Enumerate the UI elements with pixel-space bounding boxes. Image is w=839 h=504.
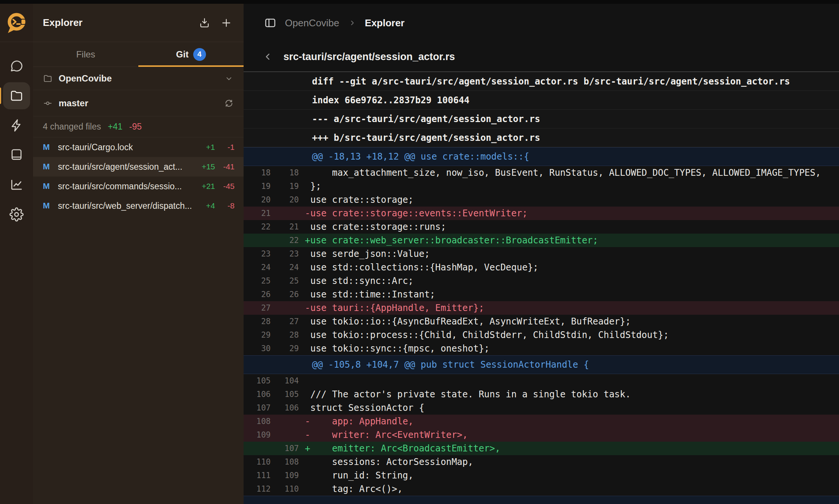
breadcrumb-current[interactable]: Explorer	[365, 17, 405, 29]
diff-hunk-header	[244, 496, 839, 504]
diff-line: 21-use crate::storage::events::EventWrit…	[244, 207, 839, 220]
diff-line-content: };	[299, 181, 321, 192]
diff-line-content: use crate::storage::runs;	[299, 222, 446, 232]
deletions-count: -1	[220, 143, 235, 152]
rail-item-automations[interactable]	[3, 112, 30, 139]
new-line-number: 109	[271, 471, 299, 480]
changed-file-row[interactable]: Msrc-tauri/src/commands/sessio...+21-45	[33, 177, 244, 196]
old-line-number: 20	[244, 195, 271, 204]
sidebar-header: Explorer	[33, 4, 244, 42]
new-line-number: 20	[271, 195, 299, 204]
old-line-number: 18	[244, 168, 271, 177]
new-line-number: 108	[271, 457, 299, 466]
diff-line-content: use std::sync::Arc;	[299, 276, 413, 286]
new-line-number: 18	[271, 168, 299, 177]
diff-hunk-header: @@ -105,8 +104,7 @@ pub struct SessionAc…	[244, 355, 839, 374]
sidebar-toggle-button[interactable]	[264, 17, 277, 29]
chart-icon	[9, 178, 24, 192]
diff-hunk-header: @@ -18,13 +18,12 @@ use crate::models::{	[244, 147, 839, 166]
diff-line-content: use serde_json::Value;	[299, 249, 430, 259]
new-line-number: 23	[271, 249, 299, 258]
breadcrumb-root[interactable]: OpenCovibe	[285, 17, 339, 29]
folder-icon	[9, 89, 24, 103]
diff-meta-line: diff --git a/src-tauri/src/agent/session…	[244, 72, 839, 91]
file-status-badge: M	[43, 181, 52, 191]
git-changes-badge: 4	[193, 48, 206, 61]
branch-item[interactable]: master	[33, 90, 244, 116]
additions-count: +21	[198, 182, 215, 191]
book-icon	[9, 148, 24, 162]
diff-line-content: /// The actor's private state. Runs in a…	[299, 389, 631, 400]
refresh-button[interactable]	[224, 98, 234, 108]
old-line-number: 106	[244, 390, 271, 399]
rail-item-analytics[interactable]	[3, 171, 30, 198]
old-line-number: 109	[244, 430, 271, 439]
deletions-count: -8	[220, 201, 235, 210]
diff-line-content: -use crate::storage::events::EventWriter…	[299, 208, 527, 219]
diff-line-content: tag: Arc<()>,	[299, 484, 403, 494]
old-line-number: 21	[244, 209, 271, 218]
repo-collapse-chevron[interactable]	[224, 74, 234, 83]
additions-count: +4	[198, 201, 215, 210]
diff-line-content: use crate::storage;	[299, 195, 413, 205]
chevron-down-icon	[224, 74, 234, 83]
total-deletions: -95	[129, 122, 142, 132]
diff-line-content: use tokio::process::{Child, ChildStderr,…	[299, 330, 669, 340]
old-line-number: 22	[244, 222, 271, 231]
diff-line: 108- app: AppHandle,	[244, 415, 839, 428]
additions-count: +15	[198, 162, 215, 171]
new-line-number: 104	[271, 376, 299, 385]
diff-line: 2323 use serde_json::Value;	[244, 247, 839, 261]
app-logo[interactable]	[0, 4, 33, 42]
diff-line-content: + emitter: Arc<BroadcastEmitter>,	[299, 443, 500, 454]
new-line-number: 26	[271, 290, 299, 299]
changed-file-row[interactable]: Msrc-tauri/Cargo.lock+1-1	[33, 137, 244, 157]
diff-line: 112110 tag: Arc<()>,	[244, 482, 839, 496]
chevron-right-icon	[348, 18, 357, 27]
back-button[interactable]	[262, 51, 274, 62]
repo-tree-item[interactable]: OpenCovibe	[33, 67, 244, 90]
file-change-counts: +4-8	[198, 201, 235, 210]
bolt-icon	[9, 118, 24, 133]
diff-viewer: diff --git a/src-tauri/src/agent/session…	[244, 72, 839, 504]
new-button[interactable]	[220, 17, 232, 29]
chat-icon	[9, 59, 24, 73]
diff-line: 105104	[244, 374, 839, 388]
rail-item-settings[interactable]	[3, 201, 30, 228]
refresh-icon	[224, 98, 234, 108]
download-button[interactable]	[198, 17, 211, 29]
diff-line-content: struct SessionActor {	[299, 403, 424, 413]
old-line-number: 28	[244, 317, 271, 326]
diff-line: 107106 struct SessionActor {	[244, 401, 839, 415]
new-line-number: 29	[271, 344, 299, 353]
old-line-number: 23	[244, 249, 271, 258]
changed-file-row[interactable]: Msrc-tauri/src/web_server/dispatch...+4-…	[33, 196, 244, 216]
branch-name: master	[59, 98, 88, 109]
diff-meta-line: +++ b/src-tauri/src/agent/session_actor.…	[244, 128, 839, 147]
rail-item-docs[interactable]	[3, 142, 30, 169]
plus-icon	[220, 17, 232, 29]
old-line-number: 25	[244, 276, 271, 285]
tab-git[interactable]: Git4	[138, 42, 244, 66]
repo-name: OpenCovibe	[59, 73, 112, 84]
old-line-number: 108	[244, 417, 271, 426]
rail-item-files[interactable]	[3, 82, 30, 109]
diff-line: 2928 use tokio::process::{Child, ChildSt…	[244, 328, 839, 342]
old-line-number: 19	[244, 182, 271, 191]
tab-files[interactable]: Files	[33, 42, 138, 66]
main-panel: OpenCovibe Explorer src-tauri/src/agent/…	[244, 4, 839, 504]
diff-line: 2424 use std::collections::{HashMap, Vec…	[244, 261, 839, 274]
changed-file-row[interactable]: Msrc-tauri/src/agent/session_act...+15-4…	[33, 157, 244, 177]
diff-file-title: src-tauri/src/agent/session_actor.rs	[283, 51, 455, 63]
diff-line: 2221 use crate::storage::runs;	[244, 220, 839, 234]
old-line-number: 24	[244, 263, 271, 272]
rail-item-chat[interactable]	[3, 53, 30, 80]
old-line-number: 111	[244, 471, 271, 480]
diff-line-content: +use crate::web_server::broadcaster::Bro…	[299, 235, 598, 246]
old-line-number: 107	[244, 403, 271, 412]
diff-line: 110108 sessions: ActorSessionMap,	[244, 455, 839, 469]
diff-line: 27-use tauri::{AppHandle, Emitter};	[244, 301, 839, 315]
diff-line-content: run_id: String,	[299, 470, 413, 481]
commit-icon	[43, 98, 53, 108]
diff-line: 107+ emitter: Arc<BroadcastEmitter>,	[244, 442, 839, 455]
